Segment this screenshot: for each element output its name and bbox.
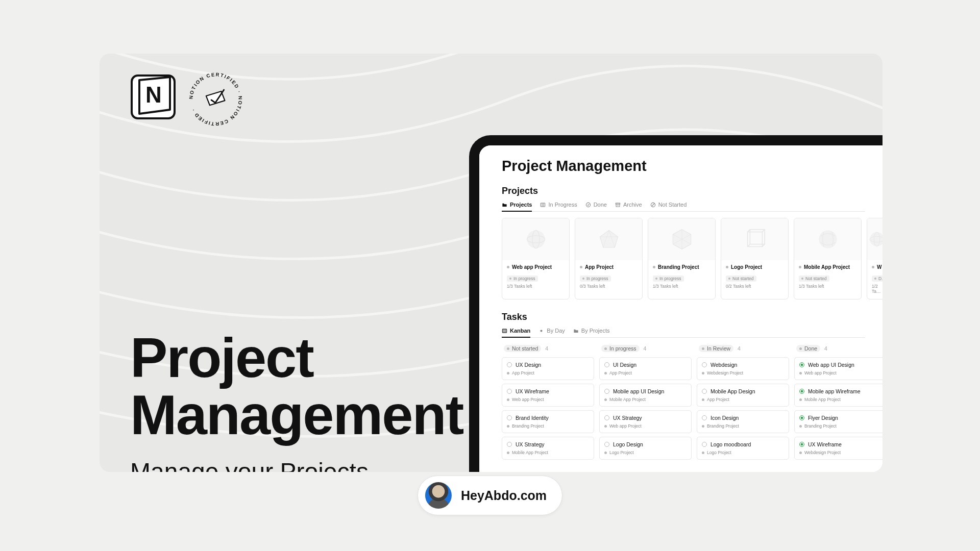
tab-projects[interactable]: Projects — [502, 202, 532, 211]
checkbox-icon[interactable] — [799, 442, 804, 447]
project-task-count: 0/3 Tasks left — [580, 284, 638, 289]
project-task-count: 0/2 Tasks left — [726, 284, 783, 289]
board-icon — [502, 328, 507, 334]
tab-archive[interactable]: Archive — [615, 202, 642, 211]
checkbox-icon[interactable] — [799, 389, 804, 394]
hero-subtitle: Manage your Projectsand Tasks in one pla… — [130, 457, 463, 472]
task-project: Mobile App Project — [604, 397, 687, 402]
checkbox-icon[interactable] — [507, 415, 512, 420]
task-name: UX Wireframe — [799, 441, 881, 447]
project-card[interactable]: Web app ProjectIn progress1/3 Tasks left — [502, 218, 570, 299]
task-card[interactable]: UX WireframeWeb app Project — [502, 384, 594, 407]
task-project: App Project — [702, 397, 784, 402]
task-name: UX Wireframe — [507, 388, 589, 394]
project-card[interactable]: Mobile App ProjectNot started1/3 Tasks l… — [794, 218, 862, 299]
notion-app: Project Management Projects ProjectsIn P… — [479, 145, 883, 472]
task-card[interactable]: Web app UI DesignWeb app Project — [794, 357, 883, 380]
project-task-count: 1/3 Tasks left — [799, 284, 856, 289]
task-name: Logo moodboard — [702, 441, 784, 447]
tablet-mockup: Project Management Projects ProjectsIn P… — [469, 135, 883, 472]
task-card[interactable]: UX WireframeWebdesign Project — [794, 437, 883, 460]
tasks-tabs: KanbanBy DayBy Projects — [502, 328, 865, 338]
task-card[interactable]: Flyer DesignBranding Project — [794, 410, 883, 433]
archive-icon — [615, 202, 621, 208]
task-card[interactable]: Logo DesignLogo Project — [599, 437, 692, 460]
project-card[interactable]: App ProjectIn progress0/3 Tasks left — [575, 218, 643, 299]
column-header: In progress4 — [599, 344, 692, 353]
task-name: UX Strategy — [507, 441, 589, 447]
kanban-column: Done4Web app UI DesignWeb app ProjectMob… — [794, 344, 883, 463]
attribution-pill[interactable]: HeyAbdo.com — [418, 475, 562, 515]
folder-icon — [573, 328, 579, 334]
task-name: Web app UI Design — [799, 362, 881, 368]
notion-certified-badge: NOTION CERTIFIED · NOTION CERTIFIED · — [186, 70, 245, 129]
task-card[interactable]: Icon DesignBranding Project — [697, 410, 789, 433]
project-thumbnail — [575, 218, 642, 260]
project-card[interactable]: Logo ProjectNot started0/2 Tasks left — [721, 218, 789, 299]
task-card[interactable]: Mobile app WireframeMobile App Project — [794, 384, 883, 407]
task-card[interactable]: UX StrategyWeb app Project — [599, 410, 692, 433]
task-name: UI Design — [604, 362, 687, 368]
kanban-board: Not started4UX DesignApp ProjectUX Wiref… — [502, 344, 865, 463]
checkbox-icon[interactable] — [799, 362, 804, 367]
checkbox-icon[interactable] — [702, 362, 707, 367]
task-project: Branding Project — [702, 423, 784, 429]
checkbox-icon[interactable] — [702, 389, 707, 394]
task-project: App Project — [604, 370, 687, 375]
kanban-column: In progress4UI DesignApp ProjectMobile a… — [599, 344, 692, 463]
project-task-count: 1/2 Ta… — [872, 284, 882, 294]
project-thumbnail — [794, 218, 861, 260]
svg-text:N: N — [145, 82, 162, 107]
task-card[interactable]: Brand IdentityBranding Project — [502, 410, 594, 433]
author-avatar — [425, 482, 452, 509]
promo-card: N NOTION CERTIFIED · NOTION CERTIFIED · … — [100, 54, 883, 472]
task-card[interactable]: UI DesignApp Project — [599, 357, 692, 380]
column-header: In Review4 — [697, 344, 789, 353]
tab-not-started[interactable]: Not Started — [650, 202, 687, 211]
task-name: Logo Design — [604, 441, 687, 447]
project-status: D… — [872, 276, 883, 282]
task-project: Webdesign Project — [799, 450, 881, 455]
checkbox-icon[interactable] — [604, 415, 609, 420]
projects-gallery: Web app ProjectIn progress1/3 Tasks left… — [502, 218, 865, 299]
task-name: Mobile app UI Design — [604, 388, 687, 394]
project-status: In progress — [507, 276, 538, 282]
project-card[interactable]: W…D…1/2 Ta… — [867, 218, 883, 299]
svg-rect-19 — [502, 329, 506, 333]
tab-done[interactable]: Done — [585, 202, 607, 211]
task-card[interactable]: UX StrategyMobile App Project — [502, 437, 594, 460]
checkbox-icon[interactable] — [702, 442, 707, 447]
task-card[interactable]: UX DesignApp Project — [502, 357, 594, 380]
board-icon — [540, 202, 546, 208]
svg-point-16 — [870, 232, 883, 246]
task-card[interactable]: Logo moodboardLogo Project — [697, 437, 789, 460]
checkbox-icon[interactable] — [507, 442, 512, 447]
checkbox-icon[interactable] — [702, 415, 707, 420]
task-name: Icon Design — [702, 415, 784, 421]
project-status: Not started — [799, 276, 829, 282]
task-card[interactable]: WebdesignWebdesign Project — [697, 357, 789, 380]
task-name: Mobile App Design — [702, 388, 784, 394]
hero-title: ProjectManagement — [130, 329, 463, 443]
task-card[interactable]: Mobile App DesignApp Project — [697, 384, 789, 407]
checkbox-icon[interactable] — [507, 389, 512, 394]
checkbox-icon[interactable] — [604, 389, 609, 394]
task-project: Webdesign Project — [702, 370, 784, 375]
checkbox-icon[interactable] — [604, 362, 609, 367]
tab-in-progress[interactable]: In Progress — [540, 202, 577, 211]
task-name: Flyer Design — [799, 415, 881, 421]
attribution-label: HeyAbdo.com — [461, 488, 547, 503]
kanban-column: In Review4WebdesignWebdesign ProjectMobi… — [697, 344, 789, 463]
checkbox-icon[interactable] — [507, 362, 512, 367]
projects-tabs: ProjectsIn ProgressDoneArchiveNot Starte… — [502, 202, 865, 212]
project-status: Not started — [726, 276, 756, 282]
task-card[interactable]: Mobile app UI DesignMobile App Project — [599, 384, 692, 407]
checkbox-icon[interactable] — [799, 415, 804, 420]
tab-kanban[interactable]: Kanban — [502, 328, 530, 337]
project-task-count: 1/3 Tasks left — [653, 284, 710, 289]
project-card[interactable]: Branding ProjectIn progress1/3 Tasks lef… — [648, 218, 716, 299]
tab-by-projects[interactable]: By Projects — [573, 328, 610, 337]
tab-by-day[interactable]: By Day — [538, 328, 565, 337]
checkbox-icon[interactable] — [604, 442, 609, 447]
project-thumbnail — [502, 218, 569, 260]
